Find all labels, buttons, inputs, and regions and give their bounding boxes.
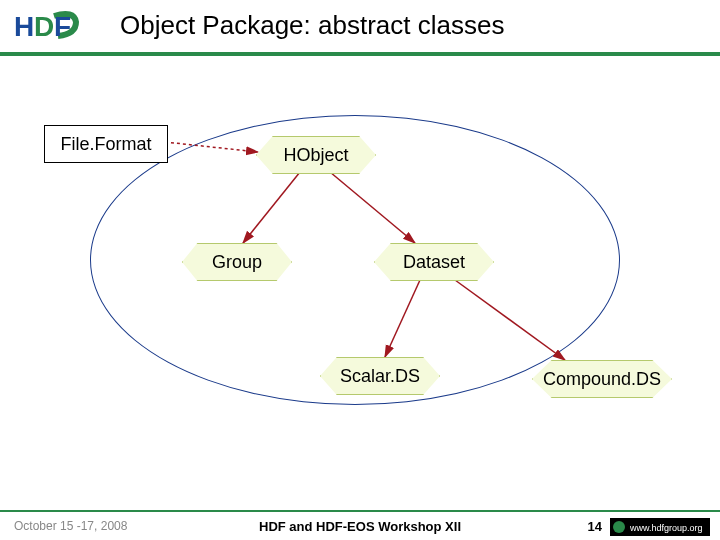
svg-point-9 bbox=[613, 521, 625, 533]
footer-date: October 15 -17, 2008 bbox=[14, 519, 127, 533]
node-hobject: HObject bbox=[256, 136, 376, 174]
node-label: Dataset bbox=[403, 252, 465, 273]
hdf-logo: H D F bbox=[14, 8, 84, 48]
svg-line-5 bbox=[330, 172, 415, 243]
node-dataset: Dataset bbox=[374, 243, 494, 281]
svg-text:H: H bbox=[14, 11, 34, 42]
slide-title: Object Package: abstract classes bbox=[120, 10, 504, 41]
slide-header: H D F Object Package: abstract classes bbox=[0, 0, 720, 52]
node-group: Group bbox=[182, 243, 292, 281]
page-number: 14 bbox=[588, 519, 602, 534]
node-scalards: Scalar.DS bbox=[320, 357, 440, 395]
node-compoundds: Compound.DS bbox=[532, 360, 672, 398]
svg-line-7 bbox=[455, 280, 565, 360]
slide-footer: October 15 -17, 2008 HDF and HDF-EOS Wor… bbox=[0, 510, 720, 540]
node-label: HObject bbox=[283, 145, 348, 166]
footer-org-text: www.hdfgroup.org bbox=[629, 523, 703, 533]
node-label: Scalar.DS bbox=[340, 366, 420, 387]
node-fileformat: File.Format bbox=[44, 125, 168, 163]
footer-org-logo: www.hdfgroup.org bbox=[610, 518, 710, 540]
svg-text:F: F bbox=[54, 11, 71, 42]
node-label: File.Format bbox=[60, 134, 151, 155]
svg-line-6 bbox=[385, 280, 420, 357]
svg-text:D: D bbox=[34, 11, 54, 42]
header-underline bbox=[0, 52, 720, 56]
svg-line-4 bbox=[243, 172, 300, 243]
node-label: Group bbox=[212, 252, 262, 273]
node-label: Compound.DS bbox=[543, 369, 661, 390]
svg-line-3 bbox=[165, 142, 258, 152]
class-diagram: File.Format HObject Group Dataset Scalar… bbox=[0, 60, 720, 490]
